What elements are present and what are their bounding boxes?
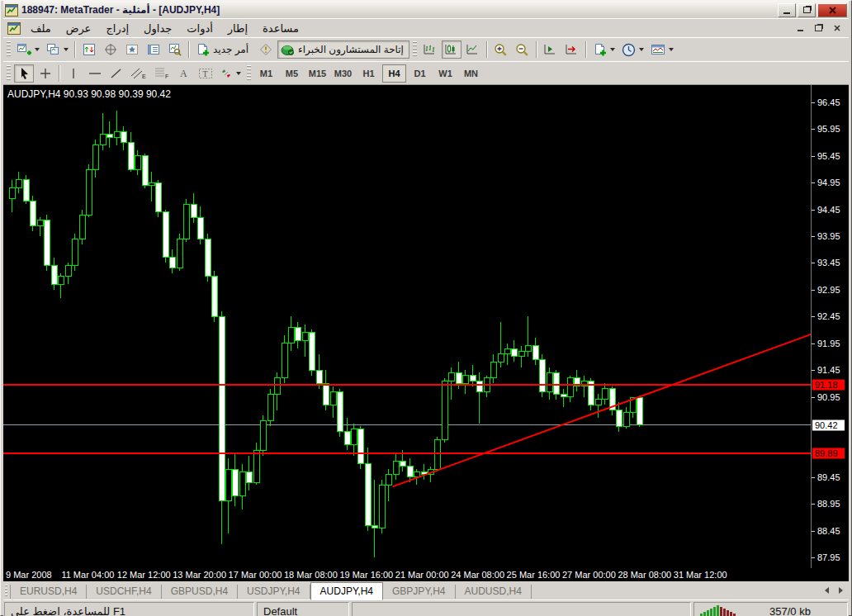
toolbar-grip[interactable] [7,41,11,58]
chart-tab-GBPJPY[interactable]: GBPJPY,H4 [383,585,455,599]
equidistant-channel-button[interactable]: E [128,64,149,83]
price-tick [812,290,815,291]
tab-scroll-right-button[interactable] [836,585,845,595]
chart-plot-area[interactable] [3,85,811,568]
expert-advisor-button[interactable] [256,40,276,59]
trendline-button[interactable] [106,64,126,83]
toolbar-separator [585,41,587,58]
indicators-button[interactable] [590,40,618,59]
timeframe-H4-button[interactable]: H4 [382,64,406,83]
toolbar-grip[interactable] [413,41,417,58]
chart-tab-USDJPY[interactable]: USDJPY,H4 [238,585,310,599]
toolbar-separator [188,41,190,58]
restore-button[interactable] [798,3,816,17]
cursor-button[interactable] [14,64,34,83]
timeframe-M5-button[interactable]: M5 [280,64,304,83]
time-tick-label: 9 Mar 2008 [6,570,52,580]
minimize-button[interactable] [778,3,796,17]
menu-item-مساعدة[interactable]: مساعدة [255,21,306,36]
arrows-button[interactable] [217,64,244,83]
mdi-restore-icon [815,25,822,31]
terminal-button[interactable] [144,40,163,59]
tab-scroll-left-button[interactable] [822,585,831,595]
timeframe-MN-button[interactable]: MN [459,64,483,83]
mdi-minimize-button[interactable] [792,21,809,36]
fibonacci-button[interactable]: F [151,64,173,83]
enable-experts-label: إتاحة المستشارون الخبراء [298,44,404,55]
chart-tab-USDCHF[interactable]: USDCHF,H4 [87,585,161,599]
periods-button[interactable] [619,40,646,59]
dropdown-caret-icon [610,48,615,51]
indicators-icon [593,43,607,56]
time-tick-label: 11 Mar 04:00 [61,570,114,580]
price-axis[interactable]: 96.4595.9595.4594.9594.4593.9593.4592.95… [811,85,849,568]
menu-item-جداول[interactable]: جداول [136,21,179,36]
bar-chart-button[interactable] [420,40,440,59]
new-order-button[interactable]: أمر جديد [193,40,254,59]
timeframe-M15-button[interactable]: M15 [305,64,329,83]
menu-item-إطار[interactable]: إطار [220,21,255,36]
line-chart-button[interactable] [463,40,483,59]
zoom-out-button[interactable] [513,40,532,59]
navigator-icon [125,43,139,56]
profiles-button[interactable] [44,40,71,59]
time-axis[interactable]: 9 Mar 200811 Mar 04:0012 Mar 12:0013 Mar… [3,569,849,581]
toolbar-grip[interactable] [247,65,251,82]
mdi-close-button[interactable] [828,21,845,36]
enable-experts-icon [280,43,295,56]
text-button[interactable]: A [174,64,194,83]
timeframe-D1-button[interactable]: D1 [408,64,432,83]
price-tick-label: 92.95 [817,285,840,295]
timeframe-H1-button[interactable]: H1 [357,64,381,83]
market-watch-button[interactable] [79,40,99,59]
chart-tab-GBPUSD[interactable]: GBPUSD,H4 [162,585,238,599]
toolbar-separator [486,41,488,58]
enable-experts-button[interactable]: إتاحة المستشارون الخبراء [277,40,409,59]
toolbar-grip[interactable] [7,65,11,82]
text-label-button[interactable]: T [196,64,215,83]
profiles-icon [46,43,60,56]
menu-item-أدوات[interactable]: أدوات [179,21,220,36]
time-tick-label: 13 Mar 20:00 [173,570,226,580]
dropdown-caret-icon [35,48,40,51]
price-tick [812,156,815,157]
price-marker-90.42: 90.42 [812,419,845,430]
crosshair-button[interactable] [36,64,55,83]
menu-item-عرض[interactable]: عرض [59,21,99,36]
price-tick [812,531,815,532]
timeframe-W1-button[interactable]: W1 [433,64,457,83]
strategy-tester-button[interactable] [165,40,185,59]
timeframe-M1-button[interactable]: M1 [254,64,278,83]
mdi-restore-button[interactable] [810,21,827,36]
vertical-line-button[interactable] [64,64,83,83]
chart-shift-button[interactable] [562,40,582,59]
navigator-button[interactable] [122,40,142,59]
auto-scroll-button[interactable] [541,40,561,59]
timeframe-M30-button[interactable]: M30 [331,64,355,83]
horizontal-line-button[interactable] [85,64,105,83]
time-tick-label: 27 Mar 00:00 [562,570,616,580]
chart-tab-AUDUSD[interactable]: AUDUSD,H4 [456,585,532,599]
status-traffic-segment: 357/0 kb [693,602,848,616]
close-button[interactable] [817,3,847,17]
candlestick-chart-button[interactable] [442,40,462,59]
price-tick-label: 89.45 [817,472,840,482]
standard-toolbar: أمر جديدإتاحة المستشارون الخبراء [3,37,849,61]
new-chart-button[interactable] [14,40,42,59]
price-tick [812,263,815,263]
chart-tab-AUDJPY[interactable]: AUDJPY,H4 [310,582,383,600]
price-tick-label: 87.95 [817,552,840,562]
zoom-in-button[interactable] [491,40,511,59]
templates-button[interactable] [648,40,676,59]
price-tick-label: 90.95 [817,392,840,402]
connection-bars-icon [700,604,738,616]
menu-item-ملف[interactable]: ملف [23,21,59,36]
status-template-name[interactable]: Default [257,602,349,616]
data-window-button[interactable] [101,40,121,59]
menu-item-إدراج[interactable]: إدراج [98,21,136,36]
chart-system-menu-icon[interactable] [7,22,21,35]
chart-tab-EURUSD[interactable]: EURUSD,H4 [10,585,87,599]
price-tick-label: 92.45 [817,311,840,321]
price-tick-label: 91.95 [817,339,840,348]
time-tick-label: 25 Mar 16:00 [507,570,561,580]
